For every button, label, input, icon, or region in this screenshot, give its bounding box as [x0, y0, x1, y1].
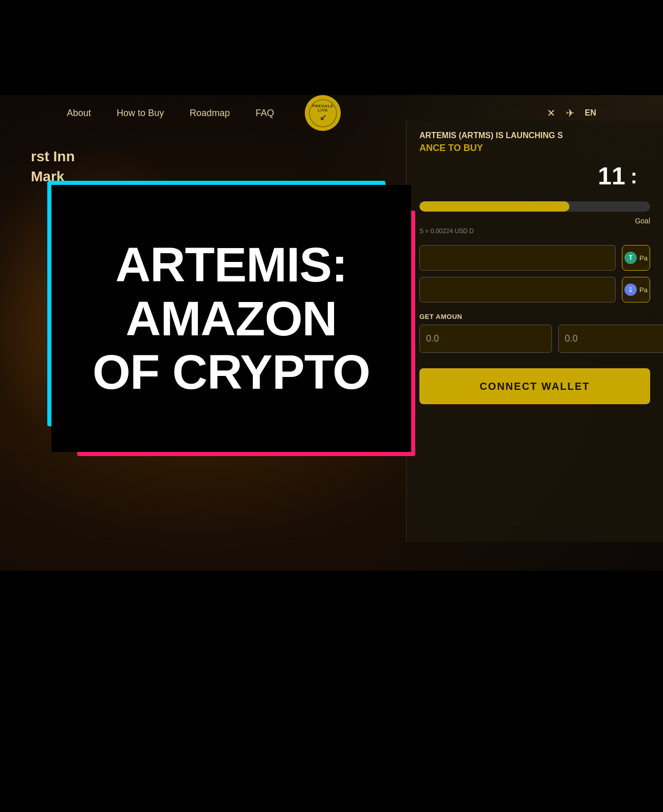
progress-bar-outer — [419, 201, 650, 212]
screenshot-area: About How to Buy Roadmap FAQ PRESALE LIV… — [0, 95, 663, 571]
connect-wallet-button[interactable]: CONNECT WALLET — [419, 368, 650, 404]
amount-row — [419, 325, 650, 353]
overlay-line2: AMAZON — [126, 291, 337, 346]
overlay-card: ARTEMIS: AMAZON OF CRYPTO — [51, 185, 411, 452]
payment-row-1: T Pa — [419, 245, 650, 271]
presale-badge-inner: PRESALE LIVE ↙ — [309, 99, 337, 127]
amount-input-1[interactable] — [419, 325, 552, 353]
overlay-line1: ARTEMIS: — [115, 237, 347, 292]
timer-minutes: 11 — [598, 164, 625, 188]
presale-arrow-icon: ↙ — [320, 112, 326, 122]
pay-tether-btn[interactable]: T Pa — [622, 245, 650, 271]
hero-line1: rst Inn — [31, 146, 75, 166]
nav-roadmap[interactable]: Roadmap — [190, 108, 230, 119]
amount-section: GET AMOUN — [419, 313, 650, 353]
goal-label: Goal — [419, 217, 650, 225]
presale-text-line2: LIVE — [318, 108, 328, 112]
countdown-timer: 11 : — [419, 164, 650, 188]
black-bar-bottom — [0, 571, 663, 812]
presale-panel: ARTEMIS (ARTMS) IS LAUNCHING S ANCE TO B… — [406, 121, 663, 542]
nav-about[interactable]: About — [67, 108, 91, 119]
nav-right: ✕ ✈ EN — [547, 107, 596, 119]
telegram-icon[interactable]: ✈ — [566, 107, 575, 119]
pay-input-2[interactable] — [419, 277, 616, 303]
tether-label: Pa — [639, 254, 648, 262]
progress-section: Goal S = 0.00224 USD D — [419, 201, 650, 235]
twitter-icon[interactable]: ✕ — [547, 107, 556, 119]
navbar: About How to Buy Roadmap FAQ PRESALE LIV… — [0, 95, 663, 131]
eth-label: Pa — [639, 286, 648, 294]
get-amount-label: GET AMOUN — [419, 313, 650, 320]
progress-bar-fill — [419, 201, 569, 212]
timer-colon: : — [631, 166, 637, 186]
rate-label: S = 0.00224 USD D — [419, 228, 650, 235]
pay-input-1[interactable] — [419, 245, 616, 271]
black-bar-top — [0, 0, 663, 95]
payment-section: T Pa Ξ Pa — [419, 245, 650, 303]
overlay-card-inner: ARTEMIS: AMAZON OF CRYPTO — [51, 185, 411, 452]
nav-links: About How to Buy Roadmap FAQ PRESALE LIV… — [67, 95, 547, 131]
presale-badge[interactable]: PRESALE LIVE ↙ — [305, 95, 341, 131]
nav-faq[interactable]: FAQ — [255, 108, 274, 119]
overlay-title: ARTEMIS: AMAZON OF CRYPTO — [82, 228, 380, 409]
pay-eth-btn[interactable]: Ξ Pa — [622, 277, 650, 303]
amount-input-2[interactable] — [558, 325, 663, 353]
overlay-line3: OF CRYPTO — [93, 345, 370, 399]
nav-how-to-buy[interactable]: How to Buy — [117, 108, 164, 119]
panel-launching-text: ARTEMIS (ARTMS) IS LAUNCHING S — [419, 131, 650, 140]
payment-row-2: Ξ Pa — [419, 277, 650, 303]
panel-chance-text: ANCE TO BUY — [419, 143, 650, 154]
eth-icon: Ξ — [624, 284, 637, 296]
language-selector[interactable]: EN — [585, 108, 596, 118]
timer-minutes-value: 11 — [598, 164, 625, 188]
tether-icon: T — [624, 252, 637, 264]
